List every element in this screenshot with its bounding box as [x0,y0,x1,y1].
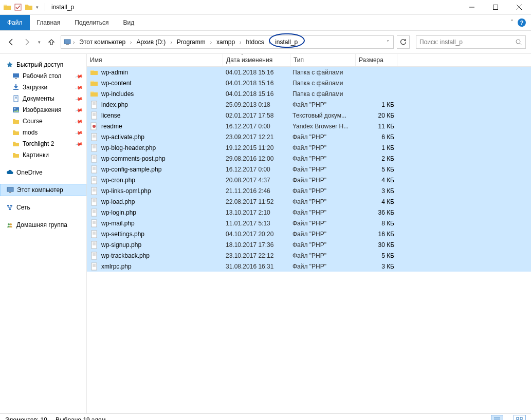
file-date: 23.09.2017 12:21 [223,133,289,141]
sidebar-label: mods [23,129,38,136]
chevron-right-icon[interactable]: › [71,40,76,45]
file-row[interactable]: license02.01.2017 17:58Текстовый докум..… [87,110,531,121]
separator [45,3,45,11]
file-type: Файл "PHP" [289,220,354,227]
props-icon[interactable] [14,4,22,11]
svg-rect-89 [517,417,519,419]
sidebar-network[interactable]: Сеть [0,202,86,213]
file-row[interactable]: wp-signup.php18.10.2017 17:36Файл "PHP"3… [87,239,531,250]
file-row[interactable]: wp-admin04.01.2018 15:16Папка с файлами [87,67,531,78]
file-name: license [101,112,120,119]
file-row[interactable]: wp-settings.php04.10.2017 20:20Файл "PHP… [87,228,531,239]
svg-rect-12 [14,96,18,102]
file-date: 20.08.2017 4:37 [223,177,289,184]
file-row[interactable]: wp-links-opml.php21.11.2016 2:46Файл "PH… [87,185,531,196]
status-selected: Выбрано 19 элем. [56,416,107,420]
file-row[interactable]: wp-login.php13.10.2017 2:10Файл "PHP"36 … [87,207,531,218]
sidebar-item-kartinki[interactable]: Картинки [0,149,86,161]
history-dropdown[interactable]: ▾ [36,36,42,48]
chevron-right-icon[interactable]: › [129,40,133,45]
breadcrumb-item[interactable]: Этот компьютер [76,36,129,48]
col-header-type[interactable]: Тип [290,54,356,66]
sidebar-item-torchlight[interactable]: Torchlight 2 📌 [0,138,86,149]
file-row[interactable]: readme16.12.2017 0:00Yandex Browser H...… [87,121,531,131]
help-icon[interactable]: ? [518,18,526,27]
file-row[interactable]: xmlrpc.php31.08.2016 16:31Файл "PHP"3 КБ [87,261,531,272]
file-row[interactable]: wp-mail.php11.01.2017 5:13Файл "PHP"8 КБ [87,218,531,228]
ribbon-expand-icon[interactable]: ˅ [510,19,514,26]
tab-home[interactable]: Главная [30,15,68,30]
svg-point-23 [10,223,12,225]
breadcrumb-item-current[interactable]: install_p [272,36,301,48]
breadcrumb-item[interactable]: xampp [213,36,238,48]
forward-button[interactable] [21,36,33,48]
tab-file[interactable]: Файл [0,15,30,30]
file-name: wp-comments-post.php [101,155,166,162]
view-icons-button[interactable] [514,415,526,420]
file-date: 11.01.2017 5:13 [223,220,289,227]
sidebar-onedrive[interactable]: OneDrive [0,167,86,178]
file-date: 04.01.2018 15:16 [223,80,289,87]
chevron-right-icon[interactable]: › [209,40,213,45]
file-row[interactable]: wp-includes04.01.2018 15:16Папка с файла… [87,88,531,99]
file-row[interactable]: wp-blog-header.php19.12.2015 11:20Файл "… [87,142,531,153]
sidebar-item-course[interactable]: Course 📌 [0,116,86,127]
svg-rect-2 [493,5,498,10]
minimize-button[interactable] [460,0,484,14]
chevron-right-icon[interactable]: › [267,40,272,45]
view-details-button[interactable] [491,415,503,420]
close-button[interactable] [507,0,531,14]
file-type: Yandex Browser H... [289,123,354,130]
back-button[interactable] [5,36,17,48]
tab-share[interactable]: Поделиться [67,15,116,30]
sidebar-this-pc[interactable]: Этот компьютер [0,184,86,196]
file-row[interactable]: wp-content04.01.2018 15:16Папка с файлам… [87,78,531,88]
folder-icon [90,68,98,77]
file-row[interactable]: wp-load.php22.08.2017 11:52Файл "PHP"4 К… [87,196,531,207]
svg-rect-90 [520,417,522,419]
file-name: wp-content [101,80,132,87]
qat-dropdown-icon[interactable]: ▾ [36,5,39,10]
svg-rect-5 [64,40,70,44]
sidebar-item-downloads[interactable]: Загрузки 📌 [0,82,86,93]
svg-rect-0 [15,4,21,10]
file-row[interactable]: wp-cron.php20.08.2017 4:37Файл "PHP"4 КБ [87,175,531,185]
file-icon [90,111,98,120]
sidebar-label: Документы [23,95,54,102]
sidebar-label: Сеть [16,204,30,211]
refresh-button[interactable] [397,35,410,49]
breadcrumb-item[interactable]: htdocs [243,36,267,48]
file-row[interactable]: wp-config-sample.php16.12.2017 0:00Файл … [87,164,531,175]
sidebar-item-desktop[interactable]: Рабочий стол 📌 [0,70,86,82]
breadcrumb-item[interactable]: Архив (D:) [133,36,169,48]
col-header-date[interactable]: Дата изменения [223,54,290,66]
file-icon [90,122,98,130]
svg-rect-6 [66,44,69,45]
sidebar-item-pictures[interactable]: Изображения 📌 [0,104,86,116]
chevron-down-icon[interactable]: ˅ [387,40,389,45]
file-row[interactable]: wp-comments-post.php29.08.2016 12:00Файл… [87,153,531,164]
file-date: 18.10.2017 17:36 [223,241,289,249]
file-type: Папка с файлами [289,80,354,87]
pc-icon [7,186,14,194]
up-button[interactable] [45,36,58,48]
chevron-right-icon[interactable]: › [238,40,243,45]
tab-view[interactable]: Вид [116,15,141,30]
sidebar-item-mods[interactable]: mods 📌 [0,127,86,138]
file-row[interactable]: wp-activate.php23.09.2017 12:21Файл "PHP… [87,131,531,142]
search-input[interactable]: Поиск: install_p [416,35,526,49]
file-icon [90,155,98,163]
sidebar-homegroup[interactable]: Домашняя группа [0,219,86,231]
breadcrumb-item[interactable]: Programm [174,36,209,48]
sidebar-quick-access[interactable]: Быстрый доступ [0,59,86,70]
col-header-size[interactable]: Размера [356,54,397,66]
file-date: 16.12.2017 0:00 [223,123,289,130]
chevron-right-icon[interactable]: › [169,40,173,45]
file-row[interactable]: wp-trackback.php23.10.2017 22:12Файл "PH… [87,250,531,261]
file-row[interactable]: index.php25.09.2013 0:18Файл "PHP"1 КБ [87,99,531,110]
file-name: wp-includes [101,90,134,98]
sidebar-item-documents[interactable]: Документы 📌 [0,93,86,104]
maximize-button[interactable] [484,0,507,14]
col-header-name[interactable]: Имя [87,54,223,66]
breadcrumb-bar[interactable]: › Этот компьютер › Архив (D:) › Programm… [61,35,394,49]
